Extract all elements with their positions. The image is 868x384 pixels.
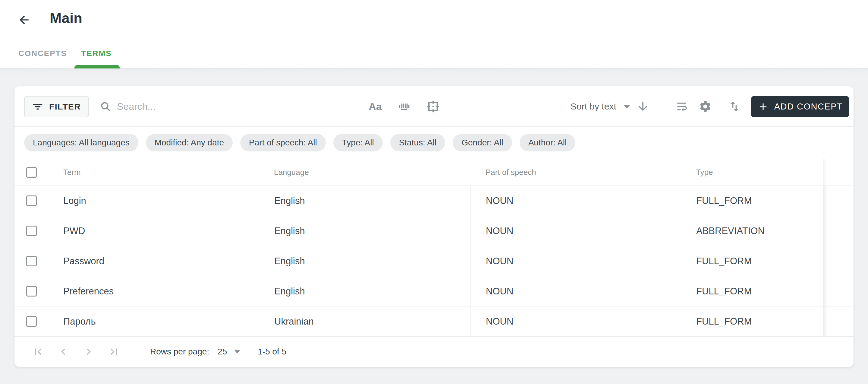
chevron-right-icon (82, 345, 95, 358)
filter-chip-label: Part of speech: All (249, 138, 317, 148)
row-spacer (823, 306, 854, 336)
row-checkbox-cell (14, 186, 48, 216)
row-checkbox-cell (14, 306, 48, 336)
cell-language: English (259, 186, 470, 216)
tab-concepts-label: CONCEPTS (19, 49, 67, 58)
cell-type: FULL_FORM (681, 246, 823, 276)
table-header-row: Term Language Part of speech Type (14, 159, 854, 185)
column-header-language: Language (259, 159, 470, 185)
terms-card: FILTER Aa (14, 86, 854, 367)
filter-icon (32, 101, 43, 112)
page-title: Main (50, 10, 82, 26)
cell-part-of-speech: NOUN (470, 216, 681, 246)
filter-chip[interactable]: Languages: All languages (24, 134, 138, 151)
cell-language: English (259, 216, 470, 246)
search-input[interactable] (117, 101, 310, 112)
first-page-button[interactable] (31, 345, 45, 359)
sort-by-dropdown[interactable]: Sort by text (570, 86, 630, 127)
import-export-button[interactable] (727, 99, 742, 114)
active-tab-indicator (74, 65, 120, 68)
page-body: FILTER Aa (0, 68, 868, 383)
wrap-text-button[interactable] (675, 99, 689, 114)
table-header-spacer (823, 159, 854, 185)
plus-icon (757, 101, 769, 113)
chevron-left-icon (57, 345, 70, 358)
rows-per-page-caret-icon[interactable] (234, 350, 240, 354)
rows-per-page-label: Rows per page: (150, 347, 209, 357)
row-checkbox-cell (14, 216, 48, 246)
row-checkbox[interactable] (26, 316, 37, 327)
wrap-text-icon (675, 100, 688, 113)
sort-by-label: Sort by text (570, 101, 616, 112)
row-checkbox[interactable] (26, 286, 37, 297)
regex-frame-icon (426, 99, 440, 113)
row-spacer (823, 276, 854, 306)
row-spacer (823, 186, 854, 216)
table-row[interactable]: PWD English NOUN ABBREVIATION (14, 216, 854, 246)
last-page-button[interactable] (107, 345, 121, 359)
table-row[interactable]: Password English NOUN FULL_FORM (14, 246, 854, 276)
filter-chip[interactable]: Part of speech: All (240, 134, 326, 151)
cell-type: FULL_FORM (681, 276, 823, 306)
arrow-down-icon (636, 100, 650, 113)
search-icon (99, 100, 112, 113)
filter-chip[interactable]: Status: All (390, 134, 445, 151)
row-checkbox[interactable] (26, 196, 37, 206)
row-checkbox-cell (14, 276, 48, 306)
tab-bar: CONCEPTS TERMS (12, 39, 120, 68)
match-case-button[interactable]: Aa (368, 99, 382, 114)
table-row[interactable]: Login English NOUN FULL_FORM (14, 185, 854, 216)
row-spacer (823, 216, 854, 246)
column-header-term: Term (48, 159, 259, 185)
table-row[interactable]: Пароль Ukrainian NOUN FULL_FORM (14, 306, 854, 336)
filter-chip-label: Languages: All languages (33, 138, 130, 148)
filter-chip[interactable]: Gender: All (453, 134, 512, 151)
cell-type: FULL_FORM (681, 186, 823, 216)
app-header: Main CONCEPTS TERMS (0, 0, 868, 68)
search-box (99, 86, 310, 127)
select-all-checkbox[interactable] (26, 167, 37, 178)
cell-part-of-speech: NOUN (470, 276, 681, 306)
cell-term: PWD (48, 216, 259, 246)
row-spacer (823, 246, 854, 276)
cell-part-of-speech: NOUN (470, 186, 681, 216)
cell-language: English (259, 246, 470, 276)
filter-button[interactable]: FILTER (24, 96, 89, 117)
caret-down-icon (624, 105, 630, 109)
previous-page-button[interactable] (56, 345, 70, 359)
cell-language: Ukrainian (259, 306, 470, 336)
filter-chips-row: Languages: All languages Modified: Any d… (14, 127, 854, 159)
filter-chip-label: Status: All (399, 138, 437, 148)
row-checkbox[interactable] (26, 256, 37, 266)
table-row[interactable]: Preferences English NOUN FULL_FORM (14, 276, 854, 306)
add-concept-button[interactable]: ADD CONCEPT (751, 96, 849, 117)
whole-word-button[interactable] (397, 99, 411, 114)
rows-per-page-value[interactable]: 25 (218, 347, 227, 357)
whole-word-icon (397, 99, 411, 113)
filter-chip[interactable]: Type: All (333, 134, 383, 151)
column-header-part-of-speech: Part of speech (470, 159, 681, 185)
row-checkbox[interactable] (26, 226, 37, 236)
arrow-left-icon (18, 13, 31, 27)
settings-button[interactable] (698, 99, 712, 114)
row-checkbox-cell (14, 246, 48, 276)
filter-chip-label: Modified: Any date (155, 138, 224, 148)
cell-type: FULL_FORM (681, 306, 823, 336)
first-page-icon (32, 345, 44, 358)
tab-concepts[interactable]: CONCEPTS (12, 39, 73, 68)
cell-term: Пароль (48, 306, 259, 336)
sort-direction-button[interactable] (636, 99, 650, 114)
gear-icon (699, 100, 712, 113)
column-header-type: Type (681, 159, 823, 185)
next-page-button[interactable] (82, 345, 96, 359)
toolbar: FILTER Aa (14, 86, 854, 127)
tab-terms-label: TERMS (82, 49, 112, 58)
pagination-bar: Rows per page: 25 1-5 of 5 (14, 336, 854, 367)
tab-terms[interactable]: TERMS (73, 39, 120, 68)
regex-frame-button[interactable] (426, 99, 440, 114)
cell-part-of-speech: NOUN (470, 246, 681, 276)
filter-chip[interactable]: Author: All (520, 134, 576, 151)
add-concept-label: ADD CONCEPT (774, 102, 843, 112)
back-button[interactable] (16, 11, 33, 28)
filter-chip[interactable]: Modified: Any date (146, 134, 233, 151)
